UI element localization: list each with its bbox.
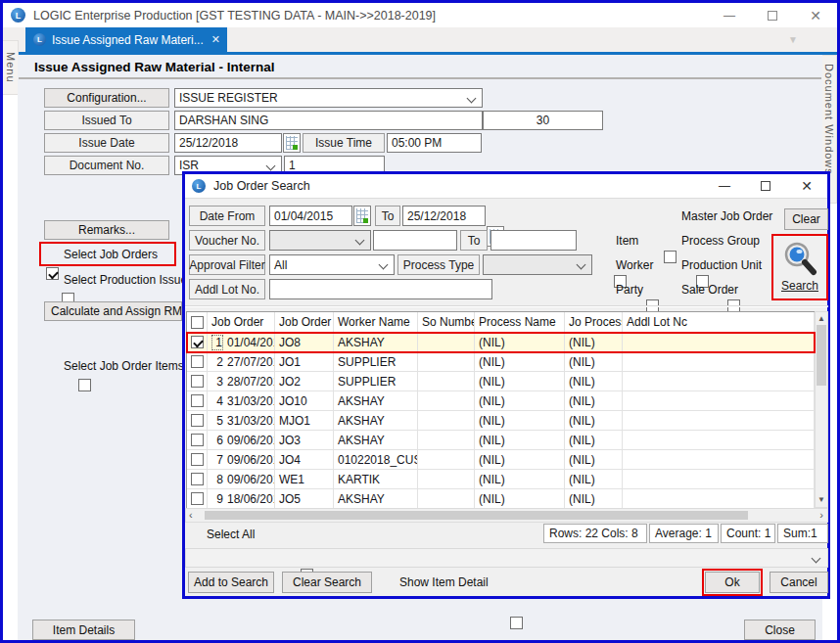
date-from-input[interactable]: 01/04/2015 <box>269 206 352 226</box>
row-checkbox[interactable] <box>191 492 204 505</box>
dialog-close-button[interactable]: ✕ <box>786 174 827 198</box>
row-cell-job-order: JO1 <box>275 352 334 371</box>
row-number: 9 <box>211 492 223 506</box>
voucher-no-to-input[interactable] <box>490 230 577 251</box>
sale-order-label: Sale Order <box>681 283 738 297</box>
select-job-orders-checkbox[interactable] <box>46 267 59 280</box>
row-cell-jo-process: (NIL) <box>565 391 623 410</box>
column-header[interactable]: Jo Process <box>565 312 623 332</box>
row-cell-process-name: (NIL) <box>475 450 565 469</box>
close-button[interactable]: Close <box>744 620 816 640</box>
process-type-select[interactable] <box>483 254 592 275</box>
maximize-button[interactable] <box>751 3 794 27</box>
dialog-logo-icon: L <box>192 179 206 193</box>
row-select-cell[interactable] <box>187 450 208 469</box>
horizontal-scroll-thumb[interactable] <box>205 511 748 520</box>
select-job-order-items-checkbox[interactable] <box>78 379 91 391</box>
ok-button[interactable]: Ok <box>705 572 760 593</box>
table-row[interactable]: 328/07/2017JO2SUPPLIER(NIL)(NIL) <box>187 372 815 391</box>
row-checkbox[interactable] <box>191 336 204 348</box>
close-window-button[interactable]: ✕ <box>794 3 837 27</box>
configuration-select[interactable]: ISSUE REGISTER <box>174 88 483 108</box>
row-select-cell[interactable] <box>187 391 208 410</box>
show-item-detail-label: Show Item Detail <box>399 575 489 589</box>
row-number: 6 <box>211 434 223 447</box>
menu-rail[interactable]: Menu <box>3 40 19 95</box>
approval-filter-select[interactable]: All <box>269 254 395 275</box>
chevron-down-icon <box>577 260 586 270</box>
tab-list-dropdown-icon[interactable]: ▼ <box>788 34 798 45</box>
row-checkbox[interactable] <box>191 355 204 368</box>
item-detail-strip[interactable] <box>185 548 828 568</box>
issue-time-input[interactable]: 05:00 PM <box>387 133 482 153</box>
scroll-up-icon[interactable]: ▲ <box>817 315 825 323</box>
item-details-button[interactable]: Item Details <box>32 620 135 640</box>
tab-issue-assigned-raw-material[interactable]: L Issue Assigned Raw Materi... ✕ <box>25 27 227 52</box>
remarks-button[interactable]: Remarks... <box>44 220 169 240</box>
table-horizontal-scrollbar[interactable]: ‹ › <box>185 508 828 523</box>
master-job-order-checkbox[interactable] <box>664 251 677 263</box>
row-select-cell[interactable] <box>187 431 208 449</box>
row-cell-so-number <box>418 450 475 469</box>
row-cell-worker-name: 01022018_CUSTO <box>334 450 418 469</box>
voucher-no-from-input[interactable] <box>373 230 457 251</box>
row-cell-so-number <box>418 470 475 488</box>
dialog-maximize-button[interactable] <box>745 174 786 198</box>
configuration-button[interactable]: Configuration... <box>44 88 169 108</box>
scroll-left-icon[interactable]: ‹ <box>189 510 193 521</box>
header-checkbox[interactable] <box>191 316 204 329</box>
table-row[interactable]: 431/03/2018JO10AKSHAY(NIL)(NIL) <box>187 391 815 411</box>
row-checkbox[interactable] <box>191 453 204 466</box>
row-select-cell[interactable] <box>187 372 208 390</box>
row-checkbox[interactable] <box>191 414 204 427</box>
table-row[interactable]: 918/06/2018JO5AKSHAY(NIL)(NIL) <box>187 489 815 509</box>
column-header[interactable]: Worker Name <box>334 312 418 332</box>
issued-to-code-input[interactable]: 30 <box>483 111 603 130</box>
row-cell-addl-lot <box>623 450 815 469</box>
row-checkbox[interactable] <box>191 473 204 485</box>
row-select-cell[interactable] <box>187 352 208 371</box>
row-select-cell[interactable] <box>187 333 208 351</box>
column-header[interactable]: Job Order <box>208 312 275 332</box>
table-vertical-scrollbar[interactable]: ▲ ▼ <box>815 311 828 508</box>
row-select-cell[interactable] <box>187 489 208 508</box>
row-select-cell[interactable] <box>187 470 208 488</box>
row-select-cell[interactable] <box>187 411 208 430</box>
table-row[interactable]: 531/03/2018MJO1AKSHAY(NIL)(NIL) <box>187 411 815 431</box>
table-row[interactable]: 709/06/2018JO401022018_CUSTO(NIL)(NIL) <box>187 450 815 470</box>
minimize-button[interactable]: — <box>708 3 751 27</box>
add-to-search-button[interactable]: Add to Search <box>188 572 274 593</box>
voucher-type-select[interactable] <box>269 230 371 251</box>
cancel-button[interactable]: Cancel <box>770 572 828 593</box>
table-row[interactable]: 809/06/2018WE1KARTIK(NIL)(NIL) <box>187 470 815 489</box>
row-cell-job-order-date: 918/06/2018 <box>208 489 275 508</box>
select-column-header[interactable] <box>187 312 208 332</box>
column-header[interactable]: Addl Lot Nc <box>623 312 815 332</box>
calculate-assign-rm-button[interactable]: Calculate and Assign RM <box>44 301 182 321</box>
row-checkbox[interactable] <box>191 394 204 407</box>
date-to-input[interactable]: 25/12/2018 <box>402 206 486 226</box>
scroll-down-icon[interactable]: ▼ <box>817 496 825 504</box>
table-row[interactable]: 101/04/2017JO8AKSHAY(NIL)(NIL) <box>187 333 815 352</box>
issued-to-input[interactable]: DARSHAN SING <box>174 111 483 130</box>
search-button[interactable]: Search <box>771 234 828 300</box>
addl-lot-no-input[interactable] <box>269 279 492 299</box>
issue-date-input[interactable]: 25/12/2018 <box>174 133 282 153</box>
show-item-detail-checkbox[interactable] <box>510 617 523 629</box>
job-order-search-dialog: L Job Order Search — ✕ Date From 01/04/2… <box>182 171 830 599</box>
row-checkbox[interactable] <box>191 375 204 388</box>
date-from-calendar-icon[interactable] <box>353 206 371 226</box>
table-row[interactable]: 227/07/2017JO1SUPPLIER(NIL)(NIL) <box>187 352 815 372</box>
issue-date-calendar-icon[interactable] <box>283 133 301 153</box>
column-header[interactable]: Process Name <box>475 312 565 332</box>
table-row[interactable]: 609/06/2018JO3AKSHAY(NIL)(NIL) <box>187 431 815 450</box>
column-header[interactable]: So Number <box>418 312 475 332</box>
scroll-right-icon[interactable]: › <box>819 510 823 521</box>
row-checkbox[interactable] <box>191 434 204 446</box>
tab-close-icon[interactable]: ✕ <box>211 33 220 46</box>
clear-search-button[interactable]: Clear Search <box>282 572 372 593</box>
clear-filter-button[interactable]: Clear <box>784 208 828 230</box>
column-header[interactable]: Job Order <box>275 312 334 332</box>
vertical-scroll-thumb[interactable] <box>817 325 826 386</box>
dialog-minimize-button[interactable]: — <box>704 174 745 198</box>
